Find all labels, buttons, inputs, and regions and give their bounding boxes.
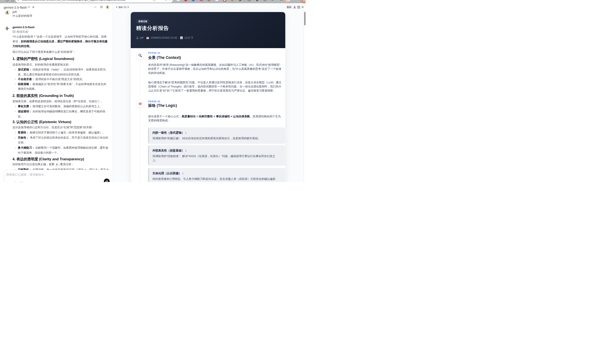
svg-text:17: 17 [147, 38, 148, 39]
